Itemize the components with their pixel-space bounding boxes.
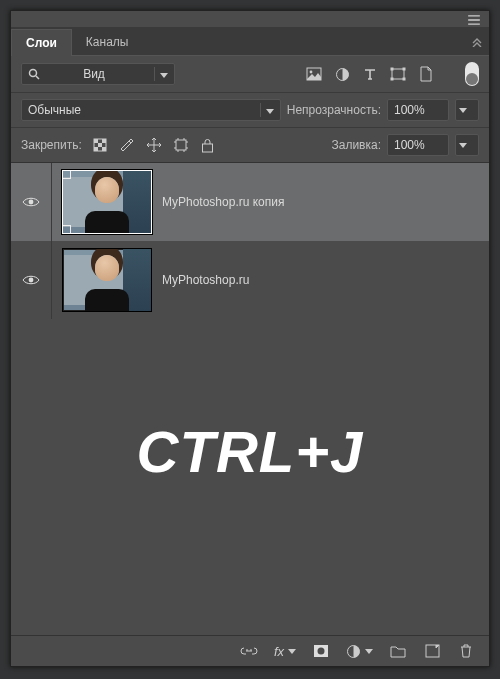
fill-label: Заливка: xyxy=(331,138,381,152)
svg-point-20 xyxy=(318,648,325,655)
type-filter-icon[interactable] xyxy=(361,65,379,83)
lock-all-icon[interactable] xyxy=(199,136,217,154)
svg-rect-12 xyxy=(98,143,102,147)
new-layer-icon[interactable] xyxy=(423,642,441,660)
adjustment-filter-icon[interactable] xyxy=(333,65,351,83)
lock-label: Закрепить: xyxy=(21,138,82,152)
lock-position-icon[interactable] xyxy=(145,136,163,154)
svg-rect-7 xyxy=(391,78,394,81)
opacity-label: Непрозрачность: xyxy=(287,103,381,117)
svg-rect-4 xyxy=(392,69,404,79)
search-icon xyxy=(28,68,40,80)
mask-icon[interactable] xyxy=(312,642,330,660)
svg-rect-6 xyxy=(403,68,406,71)
svg-point-2 xyxy=(310,71,313,74)
blend-mode-label: Обычные xyxy=(28,103,81,117)
filter-toggle[interactable] xyxy=(465,62,479,86)
panel-menu-icon[interactable] xyxy=(467,15,481,25)
shape-filter-icon[interactable] xyxy=(389,65,407,83)
svg-rect-13 xyxy=(94,147,98,151)
svg-rect-11 xyxy=(102,139,106,143)
opacity-input[interactable]: 100% xyxy=(387,99,449,121)
visibility-toggle[interactable] xyxy=(11,241,52,319)
smartobj-filter-icon[interactable] xyxy=(417,65,435,83)
svg-rect-14 xyxy=(102,147,106,151)
fill-value: 100% xyxy=(394,138,425,152)
blend-row: Обычные Непрозрачность: 100% xyxy=(11,93,489,128)
eye-icon xyxy=(22,196,40,208)
fx-icon[interactable]: fx xyxy=(274,642,296,660)
layer-name[interactable]: MyPhotoshop.ru xyxy=(162,273,249,287)
lock-row: Закрепить: Заливка: 100% xyxy=(11,128,489,163)
lock-pixels-icon[interactable] xyxy=(118,136,136,154)
opacity-value: 100% xyxy=(394,103,425,117)
tab-layers[interactable]: Слои xyxy=(11,29,72,56)
link-icon[interactable] xyxy=(240,642,258,660)
layer-thumbnail[interactable] xyxy=(62,170,152,234)
trash-icon[interactable] xyxy=(457,642,475,660)
filter-icons xyxy=(305,65,435,83)
svg-point-18 xyxy=(29,278,34,283)
svg-point-17 xyxy=(29,200,34,205)
layers-footer: fx xyxy=(11,635,489,666)
image-filter-icon[interactable] xyxy=(305,65,323,83)
fill-dropdown[interactable] xyxy=(455,134,479,156)
lock-transparent-icon[interactable] xyxy=(91,136,109,154)
svg-rect-15 xyxy=(176,140,186,150)
eye-icon xyxy=(22,274,40,286)
svg-rect-10 xyxy=(94,139,98,143)
overlay-shortcut-text: CTRL+J xyxy=(11,418,489,485)
layer-list: MyPhotoshop.ru копия MyPhotoshop.ru CTRL… xyxy=(11,163,489,635)
fill-input[interactable]: 100% xyxy=(387,134,449,156)
svg-point-0 xyxy=(30,70,37,77)
filter-kind-label: Вид xyxy=(83,67,105,81)
blend-mode-select[interactable]: Обычные xyxy=(21,99,281,121)
svg-rect-5 xyxy=(391,68,394,71)
layer-name[interactable]: MyPhotoshop.ru копия xyxy=(162,195,284,209)
group-icon[interactable] xyxy=(389,642,407,660)
adjustment-icon[interactable] xyxy=(346,642,373,660)
layer-row[interactable]: MyPhotoshop.ru xyxy=(11,241,489,319)
svg-rect-8 xyxy=(403,78,406,81)
layer-row[interactable]: MyPhotoshop.ru копия xyxy=(11,163,489,241)
tab-channels[interactable]: Каналы xyxy=(72,29,143,55)
filter-kind-select[interactable]: Вид xyxy=(21,63,175,85)
opacity-dropdown[interactable] xyxy=(455,99,479,121)
layer-filter-bar: Вид xyxy=(11,56,489,93)
collapse-panel-icon[interactable] xyxy=(471,37,483,47)
visibility-toggle[interactable] xyxy=(11,163,52,241)
layers-panel: Слои Каналы Вид Обычные Непрозрачность: … xyxy=(10,10,490,667)
panel-tabs: Слои Каналы xyxy=(11,27,489,56)
layer-thumbnail[interactable] xyxy=(62,248,152,312)
lock-artboard-icon[interactable] xyxy=(172,136,190,154)
svg-rect-16 xyxy=(203,144,213,152)
